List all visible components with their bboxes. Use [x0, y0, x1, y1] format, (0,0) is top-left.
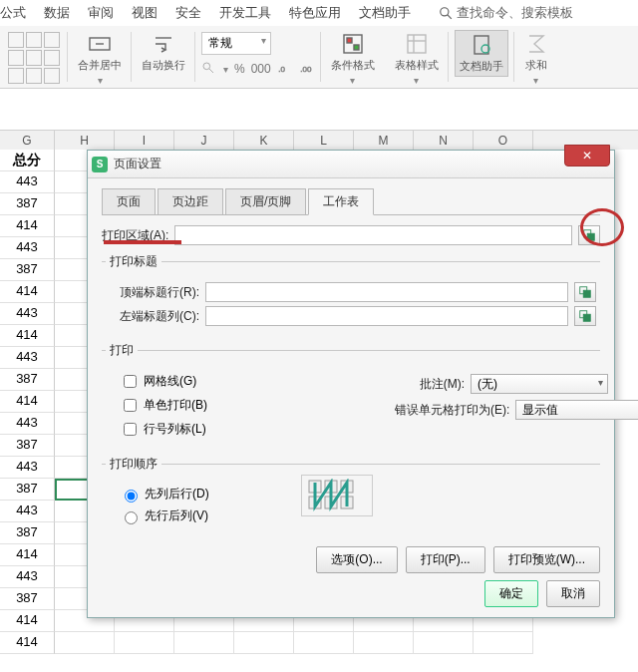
value-cell[interactable]: 414: [0, 281, 55, 303]
print-preview-button[interactable]: 打印预览(W)...: [493, 546, 600, 573]
table-style-button[interactable]: 表格样式▾: [391, 30, 443, 88]
print-order-fieldset: 打印顺序 先列后行(D) 先行后列(V): [102, 456, 600, 519]
svg-rect-21: [583, 314, 590, 321]
tab-view[interactable]: 视图: [132, 4, 158, 22]
ok-button[interactable]: 确定: [484, 580, 538, 607]
col-M[interactable]: M: [354, 131, 414, 150]
value-cell[interactable]: 443: [0, 171, 55, 193]
errors-select[interactable]: 显示值: [515, 400, 638, 420]
svg-rect-17: [587, 233, 594, 240]
svg-rect-10: [354, 45, 359, 50]
col-G[interactable]: G: [0, 131, 55, 150]
col-L[interactable]: L: [294, 131, 354, 150]
top-row-range-button[interactable]: [574, 282, 596, 302]
print-button[interactable]: 打印(P)...: [406, 546, 485, 573]
cell[interactable]: [174, 632, 234, 654]
print-titles-legend: 打印标题: [106, 253, 161, 270]
dialog-title: 页面设置: [114, 156, 161, 172]
header-cell[interactable]: 总分: [0, 150, 55, 171]
value-cell[interactable]: 443: [0, 303, 55, 325]
tab-dev[interactable]: 开发工具: [219, 4, 271, 22]
value-cell[interactable]: 387: [0, 193, 55, 215]
order-preview-icon: [301, 475, 373, 516]
ribbon-tabs: 公式 数据 审阅 视图 安全 开发工具 特色应用 文档助手 查找命令、搜索模板: [0, 0, 638, 26]
order-legend: 打印顺序: [106, 456, 161, 473]
options-button[interactable]: 选项(O)...: [316, 546, 397, 573]
tab-page[interactable]: 页面: [102, 188, 156, 214]
col-O[interactable]: O: [474, 131, 533, 150]
tab-margins[interactable]: 页边距: [158, 188, 223, 214]
cell[interactable]: [115, 632, 174, 654]
wrap-text-button[interactable]: 自动换行: [138, 30, 189, 75]
value-cell[interactable]: 443: [0, 566, 55, 588]
tab-security[interactable]: 安全: [175, 4, 201, 22]
rowcol-label: 行号列标(L): [144, 421, 206, 438]
rowcol-checkbox[interactable]: [124, 423, 137, 436]
col-H[interactable]: H: [55, 131, 115, 150]
merge-center-button[interactable]: 合并居中▾: [74, 30, 126, 88]
tab-data[interactable]: 数据: [44, 4, 70, 22]
order-down-label: 先列后行(D): [145, 486, 209, 503]
cell[interactable]: [55, 632, 115, 654]
cell[interactable]: [414, 632, 474, 654]
value-cell[interactable]: 414: [0, 610, 55, 632]
col-I[interactable]: I: [115, 131, 174, 150]
close-button[interactable]: ✕: [564, 145, 610, 167]
search-box[interactable]: 查找命令、搜索模板: [439, 4, 573, 22]
col-N[interactable]: N: [414, 131, 474, 150]
number-format-icons[interactable]: ▾ % 000 .0 .00: [201, 61, 315, 77]
left-col-input[interactable]: [205, 306, 568, 326]
left-col-range-button[interactable]: [574, 306, 596, 326]
sum-button[interactable]: 求和▾: [520, 30, 552, 88]
comments-select[interactable]: (无): [471, 374, 608, 394]
value-cell[interactable]: 387: [0, 369, 55, 391]
print-area-range-button[interactable]: [578, 225, 600, 245]
tab-headerfooter[interactable]: 页眉/页脚: [225, 188, 306, 214]
value-cell[interactable]: 414: [0, 215, 55, 237]
svg-rect-19: [583, 290, 590, 297]
value-cell[interactable]: 387: [0, 259, 55, 281]
tab-formulas[interactable]: 公式: [0, 4, 26, 22]
tab-dochelper[interactable]: 文档助手: [359, 4, 411, 22]
column-headers[interactable]: G H I J K L M N O: [0, 130, 638, 150]
value-cell[interactable]: 414: [0, 325, 55, 347]
svg-rect-9: [347, 38, 352, 43]
doc-helper-button[interactable]: 文档助手: [455, 30, 508, 77]
number-format-combo[interactable]: 常规: [201, 32, 271, 55]
value-cell[interactable]: 443: [0, 501, 55, 522]
print-area-input[interactable]: [174, 225, 572, 245]
value-cell[interactable]: 443: [0, 457, 55, 479]
tab-review[interactable]: 审阅: [88, 4, 114, 22]
value-cell[interactable]: 414: [0, 632, 55, 654]
mono-checkbox[interactable]: [124, 399, 137, 412]
value-cell[interactable]: 443: [0, 413, 55, 435]
cancel-button[interactable]: 取消: [546, 580, 600, 607]
cell[interactable]: [234, 632, 294, 654]
value-cell[interactable]: 414: [0, 544, 55, 566]
order-down-radio[interactable]: [125, 490, 138, 503]
search-placeholder: 查找命令、搜索模板: [457, 4, 573, 22]
top-row-input[interactable]: [205, 282, 568, 302]
cell[interactable]: [474, 632, 533, 654]
order-over-radio[interactable]: [125, 511, 138, 524]
value-cell[interactable]: 387: [0, 522, 55, 544]
value-cell[interactable]: 443: [0, 347, 55, 369]
value-cell[interactable]: 387: [0, 435, 55, 457]
tab-special[interactable]: 特色应用: [289, 4, 341, 22]
gridlines-checkbox[interactable]: [124, 375, 137, 388]
value-cell[interactable]: 443: [0, 237, 55, 259]
print-fieldset: 打印 网格线(G) 单色打印(B) 行号列标(L) 批注(M): (无) 错误单…: [102, 342, 600, 448]
svg-point-0: [441, 8, 449, 16]
col-J[interactable]: J: [174, 131, 234, 150]
indent-buttons[interactable]: [6, 30, 62, 86]
dialog-tabs: 页面 页边距 页眉/页脚 工作表: [102, 188, 600, 215]
cell[interactable]: [294, 632, 354, 654]
value-cell[interactable]: 414: [0, 391, 55, 413]
conditional-format-button[interactable]: 条件格式▾: [327, 30, 379, 88]
cell[interactable]: [354, 632, 414, 654]
value-cell[interactable]: 387: [0, 588, 55, 610]
dialog-titlebar[interactable]: S 页面设置 ✕: [88, 151, 614, 178]
tab-sheet[interactable]: 工作表: [308, 188, 374, 215]
col-K[interactable]: K: [234, 131, 294, 150]
value-cell[interactable]: 387: [0, 479, 55, 501]
